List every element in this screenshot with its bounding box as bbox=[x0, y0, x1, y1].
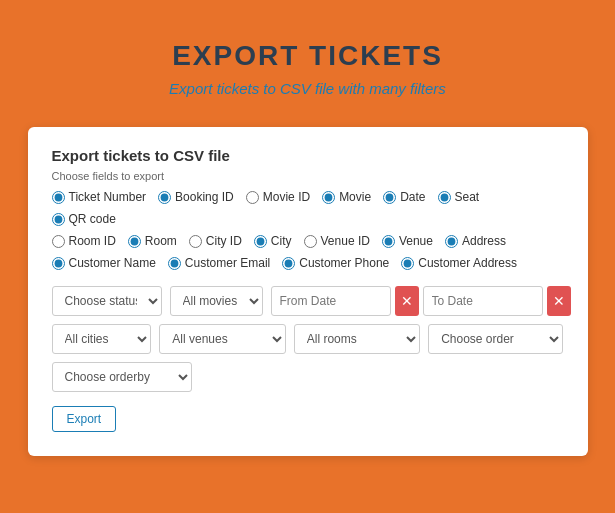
radio-venue[interactable] bbox=[382, 235, 395, 248]
fields-label: Choose fields to export bbox=[52, 170, 564, 182]
status-select[interactable]: Choose status Active Inactive Pending bbox=[52, 286, 162, 316]
checkbox-date[interactable]: Date bbox=[383, 190, 425, 204]
checkbox-movie[interactable]: Movie bbox=[322, 190, 371, 204]
to-date-input[interactable] bbox=[423, 286, 543, 316]
radio-city[interactable] bbox=[254, 235, 267, 248]
export-card: Export tickets to CSV file Choose fields… bbox=[28, 127, 588, 456]
clear-from-date-button[interactable]: ✕ bbox=[395, 286, 419, 316]
radio-qr-code[interactable] bbox=[52, 213, 65, 226]
radio-city-id[interactable] bbox=[189, 235, 202, 248]
date-group: ✕ ✕ bbox=[271, 286, 571, 316]
checkbox-qr-code[interactable]: QR code bbox=[52, 212, 116, 226]
radio-address[interactable] bbox=[445, 235, 458, 248]
checkbox-customer-email[interactable]: Customer Email bbox=[168, 256, 270, 270]
radio-customer-name[interactable] bbox=[52, 257, 65, 270]
checkbox-venue[interactable]: Venue bbox=[382, 234, 433, 248]
checkbox-customer-address[interactable]: Customer Address bbox=[401, 256, 517, 270]
checkbox-customer-phone[interactable]: Customer Phone bbox=[282, 256, 389, 270]
orderby-select[interactable]: Choose orderby Name Date bbox=[52, 362, 192, 392]
order-select[interactable]: Choose order ASC DESC bbox=[428, 324, 563, 354]
filters-row-1: Choose status Active Inactive Pending Al… bbox=[52, 286, 564, 316]
checkboxes-row-3: Customer Name Customer Email Customer Ph… bbox=[52, 256, 564, 274]
page-subtitle: Export tickets to CSV file with many fil… bbox=[169, 80, 446, 97]
venues-select[interactable]: All venues Venue 1 Venue 2 bbox=[159, 324, 285, 354]
checkbox-movie-id[interactable]: Movie ID bbox=[246, 190, 310, 204]
movies-select[interactable]: All movies Movie 1 Movie 2 bbox=[170, 286, 263, 316]
radio-venue-id[interactable] bbox=[304, 235, 317, 248]
checkbox-seat[interactable]: Seat bbox=[438, 190, 480, 204]
radio-movie[interactable] bbox=[322, 191, 335, 204]
cities-select[interactable]: All cities City 1 City 2 bbox=[52, 324, 152, 354]
checkbox-address[interactable]: Address bbox=[445, 234, 506, 248]
radio-booking-id[interactable] bbox=[158, 191, 171, 204]
radio-room[interactable] bbox=[128, 235, 141, 248]
checkbox-ticket-number[interactable]: Ticket Number bbox=[52, 190, 147, 204]
checkboxes-row-1: Ticket Number Booking ID Movie ID Movie … bbox=[52, 190, 564, 230]
checkbox-room-id[interactable]: Room ID bbox=[52, 234, 116, 248]
card-title: Export tickets to CSV file bbox=[52, 147, 564, 164]
clear-to-date-button[interactable]: ✕ bbox=[547, 286, 571, 316]
radio-ticket-number[interactable] bbox=[52, 191, 65, 204]
filters-row-3: Choose orderby Name Date bbox=[52, 362, 564, 392]
filters-row-2: All cities City 1 City 2 All venues Venu… bbox=[52, 324, 564, 354]
radio-customer-phone[interactable] bbox=[282, 257, 295, 270]
checkbox-booking-id[interactable]: Booking ID bbox=[158, 190, 234, 204]
export-button[interactable]: Export bbox=[52, 406, 117, 432]
checkbox-room[interactable]: Room bbox=[128, 234, 177, 248]
checkboxes-row-2: Room ID Room City ID City Venue ID Venue… bbox=[52, 234, 564, 252]
radio-date[interactable] bbox=[383, 191, 396, 204]
radio-seat[interactable] bbox=[438, 191, 451, 204]
page-title: EXPORT TICKETS bbox=[169, 40, 446, 72]
radio-customer-address[interactable] bbox=[401, 257, 414, 270]
checkbox-city[interactable]: City bbox=[254, 234, 292, 248]
radio-movie-id[interactable] bbox=[246, 191, 259, 204]
rooms-select[interactable]: All rooms Room 1 Room 2 bbox=[294, 324, 420, 354]
checkbox-venue-id[interactable]: Venue ID bbox=[304, 234, 370, 248]
checkbox-city-id[interactable]: City ID bbox=[189, 234, 242, 248]
from-date-input[interactable] bbox=[271, 286, 391, 316]
page-header: EXPORT TICKETS Export tickets to CSV fil… bbox=[169, 40, 446, 97]
radio-customer-email[interactable] bbox=[168, 257, 181, 270]
checkbox-customer-name[interactable]: Customer Name bbox=[52, 256, 156, 270]
radio-room-id[interactable] bbox=[52, 235, 65, 248]
